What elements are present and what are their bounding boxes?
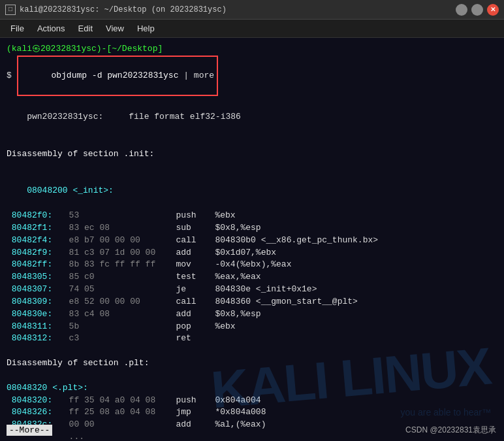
asm-init-9: 8048311: 5b pop %ebx [7,321,497,333]
menu-edit[interactable]: Edit [72,21,99,36]
asm-init-8: 804830e: 83 c4 08 add $0x8,%esp [7,308,497,321]
menu-file[interactable]: File [4,21,31,36]
asm-init-5: 8048305: 85 c0 test %eax,%eax [7,271,497,284]
section-init-header: Disassembly of section .init: [7,148,497,161]
window-icon: □ [5,5,16,15]
window-title: kali@20232831ysc: ~/Desktop (on 20232831… [20,5,227,14]
blank2 [7,161,497,173]
asm-init-1: 80482f1: 83 ec 08 sub $0x8,%esp [7,222,497,235]
asm-init-4: 80482ff: 8b 83 fc ff ff ff mov -0x4(%ebx… [7,259,497,271]
asm-init-0: 80482f0: 53 push %ebx [7,210,497,222]
more-prompt[interactable]: --More-- [7,425,52,436]
asm-init-7: 8048309: e8 52 00 00 00 call 8048360 <__… [7,296,497,308]
maximize-button[interactable] [471,4,483,16]
prompt-user: (kali㉿20232831ysc)-[~/Desktop] [7,43,163,56]
asm-init-6: 8048307: 74 05 je 804830e <_init+0x1e> [7,284,497,296]
pipe-text: | more [178,71,214,80]
file-info: pwn20232831ysc: file format elf32-i386 [7,99,497,136]
title-bar-left: □ kali@20232831ysc: ~/Desktop (on 202328… [5,5,227,15]
minimize-button[interactable] [456,4,467,16]
prompt-symbol: $ [7,70,17,82]
menu-actions[interactable]: Actions [31,21,72,36]
close-button[interactable]: ✕ [487,4,499,16]
menu-help[interactable]: Help [131,21,161,36]
csdn-credit: CSDN @20232831袁思承 [405,425,496,436]
blank1 [7,136,497,148]
asm-init-3: 80482f9: 81 c3 07 1d 00 00 add $0x1d07,%… [7,247,497,259]
title-bar: □ kali@20232831ysc: ~/Desktop (on 202328… [0,0,504,20]
menu-view[interactable]: View [99,21,131,36]
window-controls: ✕ [456,4,499,16]
command-box: objdump -d pwn20232831ysc | more [17,56,218,97]
watermark-sub: you are able to hear™ [400,407,491,417]
prompt-line-1: (kali㉿20232831ysc)-[~/Desktop] [7,43,497,56]
prompt-line-2: $ objdump -d pwn20232831ysc | more [7,56,497,97]
init-label: 08048200 <_init>: [7,172,497,210]
asm-init-2: 80482f4: e8 b7 00 00 00 call 804830b0 <_… [7,235,497,247]
terminal[interactable]: (kali㉿20232831ysc)-[~/Desktop] $ objdump… [0,38,504,441]
menu-bar: File Actions Edit View Help [0,20,504,38]
cmd-text: objdump -d pwn20232831ysc [51,71,178,80]
